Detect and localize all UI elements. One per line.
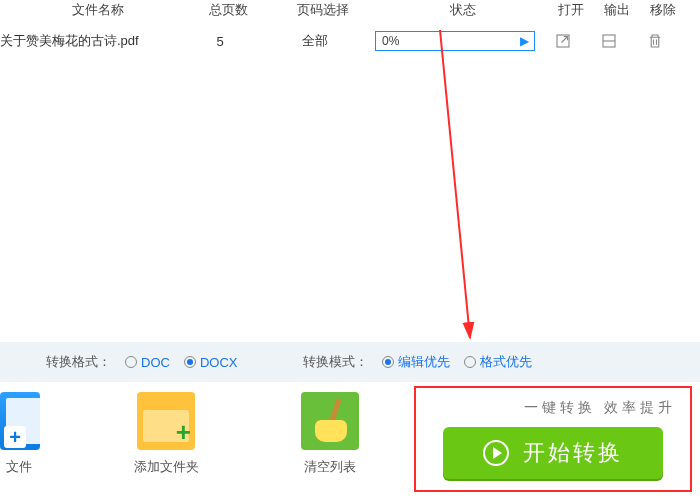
folder-icon <box>137 392 195 450</box>
remove-icon[interactable] <box>646 32 664 50</box>
radio-format[interactable] <box>464 356 476 368</box>
col-output: 输出 <box>594 1 640 19</box>
options-bar: 转换格式： DOC DOCX 转换模式： 编辑优先 格式优先 <box>0 342 700 382</box>
mode-label: 转换模式： <box>303 353 368 371</box>
radio-edit[interactable] <box>382 356 394 368</box>
cell-filename: 关于赞美梅花的古诗.pdf <box>0 32 180 50</box>
format-group: 转换格式： DOC DOCX <box>46 353 243 371</box>
col-filename: 文件名称 <box>8 1 188 19</box>
start-btn-label: 开始转换 <box>523 438 623 468</box>
col-pagesel: 页码选择 <box>268 1 378 19</box>
mode-format[interactable]: 格式优先 <box>480 353 532 371</box>
col-remove: 移除 <box>640 1 686 19</box>
progress-bar[interactable]: 0% ▶ <box>375 31 535 51</box>
cell-pages: 5 <box>180 34 260 49</box>
file-icon <box>0 392 40 450</box>
col-open: 打开 <box>548 1 594 19</box>
col-status: 状态 <box>378 1 548 19</box>
table-row: 关于赞美梅花的古诗.pdf 5 全部 0% ▶ <box>0 26 700 56</box>
svg-line-3 <box>440 30 470 338</box>
open-icon[interactable] <box>554 32 572 50</box>
action-caption: 一键转换 效率提升 <box>524 399 676 417</box>
cell-pagesel[interactable]: 全部 <box>260 32 370 50</box>
mode-group: 转换模式： 编辑优先 格式优先 <box>303 353 538 371</box>
mode-edit[interactable]: 编辑优先 <box>398 353 450 371</box>
tool-clear[interactable]: 清空列表 <box>278 392 382 476</box>
tool-folder[interactable]: 添加文件夹 <box>114 392 218 476</box>
action-box: 一键转换 效率提升 开始转换 <box>414 386 692 492</box>
col-pages: 总页数 <box>188 1 268 19</box>
start-convert-button[interactable]: 开始转换 <box>443 427 663 479</box>
play-icon[interactable]: ▶ <box>514 32 534 50</box>
broom-icon <box>301 392 359 450</box>
tool-file[interactable]: 文件 <box>0 392 54 476</box>
play-circle-icon <box>483 440 509 466</box>
table-header: 文件名称 总页数 页码选择 状态 打开 输出 移除 <box>0 0 700 20</box>
progress-text: 0% <box>376 34 514 48</box>
format-docx[interactable]: DOCX <box>200 355 238 370</box>
radio-docx[interactable] <box>184 356 196 368</box>
tool-folder-label: 添加文件夹 <box>134 458 199 476</box>
radio-doc[interactable] <box>125 356 137 368</box>
tool-file-label: 文件 <box>0 458 32 476</box>
cell-status: 0% ▶ <box>370 31 540 51</box>
tool-clear-label: 清空列表 <box>304 458 356 476</box>
format-label: 转换格式： <box>46 353 111 371</box>
output-icon[interactable] <box>600 32 618 50</box>
format-doc[interactable]: DOC <box>141 355 170 370</box>
